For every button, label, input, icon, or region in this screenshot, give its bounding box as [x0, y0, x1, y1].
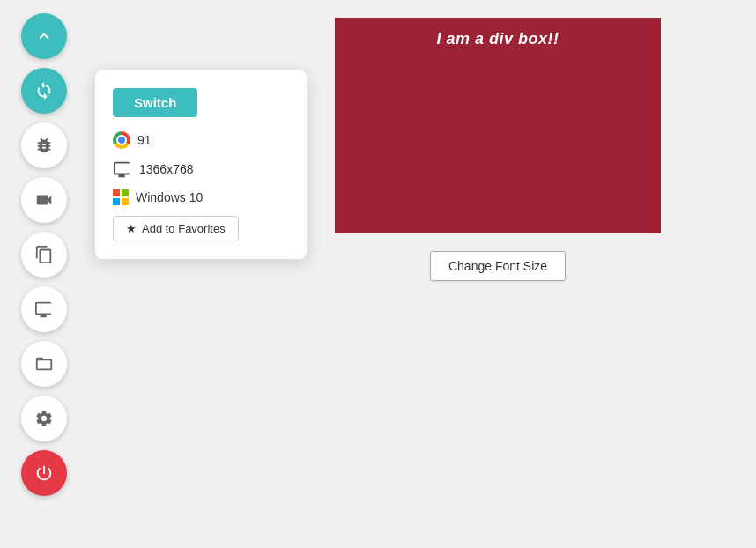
popup-card: Switch 91 1366x768 Windows 10 ★ Add to F…: [95, 70, 307, 259]
sync-icon: [34, 81, 54, 100]
monitor-icon: [34, 300, 54, 319]
copy-icon: [34, 245, 54, 264]
change-font-size-button[interactable]: Change Font Size: [430, 251, 566, 281]
sidebar: [0, 0, 88, 548]
os-row: Windows 10: [113, 189, 289, 205]
gear-icon: [34, 409, 54, 428]
star-icon: ★: [126, 222, 137, 235]
bug-icon: [34, 136, 54, 155]
chrome-icon: [113, 131, 130, 149]
video-button[interactable]: [21, 177, 67, 223]
settings-button[interactable]: [21, 396, 67, 441]
resolution-row: 1366x768: [113, 159, 289, 179]
bug-button[interactable]: [21, 122, 67, 168]
div-box-text: I am a div box!!: [436, 30, 559, 48]
os-text: Windows 10: [136, 190, 203, 204]
add-to-favorites-button[interactable]: ★ Add to Favorites: [113, 216, 239, 241]
scroll-up-button[interactable]: [21, 13, 67, 59]
monitor-button[interactable]: [21, 286, 67, 332]
chrome-version-text: 91: [137, 133, 152, 147]
div-box: I am a div box!!: [335, 18, 661, 233]
switch-button[interactable]: Switch: [113, 88, 197, 117]
monitor-small-icon: [113, 159, 132, 179]
folder-icon: [34, 354, 54, 374]
copy-button[interactable]: [21, 232, 67, 278]
power-button[interactable]: [21, 450, 67, 496]
add-favorites-label: Add to Favorites: [142, 222, 226, 235]
chevron-up-icon: [34, 26, 54, 46]
folder-button[interactable]: [21, 341, 67, 387]
video-icon: [34, 190, 54, 210]
resolution-text: 1366x768: [139, 162, 194, 176]
chrome-version-row: 91: [113, 131, 289, 149]
power-icon: [34, 463, 54, 483]
main-content: I am a div box!! Change Font Size: [335, 18, 661, 281]
sync-button[interactable]: [21, 68, 67, 114]
windows-icon: [113, 189, 129, 205]
